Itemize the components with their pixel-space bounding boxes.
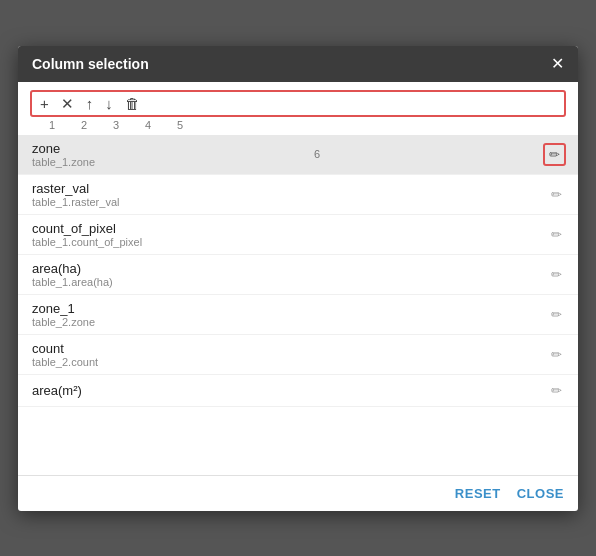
label-2: 2 [74,119,94,131]
item-name: count_of_pixel [32,221,142,236]
item-name: zone_1 [32,301,95,316]
item-text: area(m²) [32,383,82,398]
item-source: table_1.raster_val [32,196,119,208]
dialog-footer: RESET CLOSE [18,475,578,511]
toolbar-group: + ✕ ↑ ↓ 🗑 [30,90,566,117]
item-source: table_1.zone [32,156,95,168]
item-source: table_2.count [32,356,98,368]
move-down-button[interactable]: ↓ [102,95,116,112]
item-text: raster_valtable_1.raster_val [32,181,119,208]
close-x-button[interactable]: ✕ [551,56,564,72]
add-column-button[interactable]: + [37,95,52,112]
label-1: 1 [42,119,62,131]
edit-button[interactable]: ✏ [547,185,566,204]
reset-button[interactable]: RESET [455,486,501,501]
item-text: area(ha)table_1.area(ha) [32,261,113,288]
delete-button[interactable]: 🗑 [122,95,143,112]
edit-button[interactable]: ✏ [547,381,566,400]
list-item[interactable]: count_of_pixeltable_1.count_of_pixel✏ [18,215,578,255]
item-source: table_1.area(ha) [32,276,113,288]
label-4: 4 [138,119,158,131]
label-5: 5 [170,119,190,131]
remove-column-button[interactable]: ✕ [58,95,77,112]
label-3: 3 [106,119,126,131]
edit-button[interactable]: ✏ [543,143,566,166]
column-selection-dialog: Column selection ✕ + ✕ ↑ ↓ 🗑 1 2 3 4 5 z… [18,46,578,511]
edit-button[interactable]: ✏ [547,305,566,324]
badge-6: 6 [314,148,320,160]
edit-button[interactable]: ✏ [547,265,566,284]
list-item[interactable]: zone_1table_2.zone✏ [18,295,578,335]
column-list: zonetable_1.zone6✏raster_valtable_1.rast… [18,135,578,475]
move-up-button[interactable]: ↑ [83,95,97,112]
list-item[interactable]: area(ha)table_1.area(ha)✏ [18,255,578,295]
item-text: count_of_pixeltable_1.count_of_pixel [32,221,142,248]
toolbar-number-labels: 1 2 3 4 5 [30,119,566,131]
list-item[interactable]: zonetable_1.zone6✏ [18,135,578,175]
dialog-header: Column selection ✕ [18,46,578,82]
item-text: zonetable_1.zone [32,141,95,168]
item-source: table_1.count_of_pixel [32,236,142,248]
close-button[interactable]: CLOSE [517,486,564,501]
edit-button[interactable]: ✏ [547,225,566,244]
list-item[interactable]: area(m²)✏ [18,375,578,407]
item-text: zone_1table_2.zone [32,301,95,328]
list-item[interactable]: counttable_2.count✏ [18,335,578,375]
item-name: area(ha) [32,261,113,276]
list-item[interactable]: raster_valtable_1.raster_val✏ [18,175,578,215]
item-name: area(m²) [32,383,82,398]
item-text: counttable_2.count [32,341,98,368]
edit-button[interactable]: ✏ [547,345,566,364]
item-name: raster_val [32,181,119,196]
item-name: zone [32,141,95,156]
dialog-title: Column selection [32,56,149,72]
item-source: table_2.zone [32,316,95,328]
item-name: count [32,341,98,356]
